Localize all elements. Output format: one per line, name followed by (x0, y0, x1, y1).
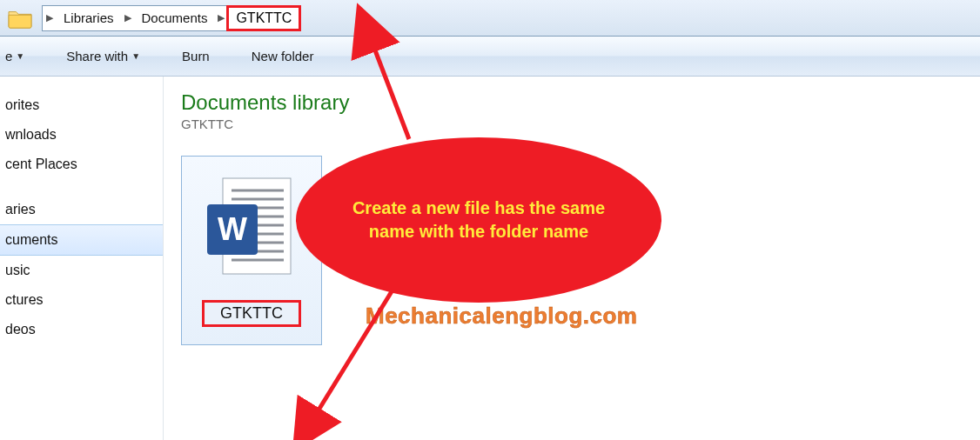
watermark-text: Mechanicalengblog.com (366, 303, 637, 330)
sidebar-item-pictures[interactable]: ctures (0, 285, 163, 315)
breadcrumb[interactable]: ▶ Libraries ▶ Documents ▶ (42, 5, 228, 31)
share-with-button[interactable]: Share with ▼ (66, 49, 140, 63)
library-subtitle: GTKTTC (181, 117, 980, 131)
navigation-sidebar: orites wnloads cent Places aries cuments… (0, 77, 164, 440)
folder-icon (7, 7, 33, 30)
toolbar: e ▼ Share with ▼ Burn New folder (0, 37, 980, 77)
annotation-text: Create a new file has the same name with… (339, 197, 618, 243)
sidebar-item-videos[interactable]: deos (0, 315, 163, 344)
library-title: Documents library (181, 90, 980, 115)
sidebar-item-music[interactable]: usic (0, 256, 163, 285)
chevron-down-icon: ▼ (131, 51, 140, 61)
new-folder-button[interactable]: New folder (252, 49, 314, 63)
sidebar-item-favorites[interactable]: orites (0, 90, 163, 120)
sidebar-item-documents[interactable]: cuments (0, 224, 163, 256)
burn-label: Burn (182, 49, 210, 63)
chevron-right-icon: ▶ (43, 12, 57, 23)
chevron-right-icon: ▶ (121, 12, 135, 23)
organize-button[interactable]: e ▼ (5, 49, 24, 63)
word-document-icon: W (204, 175, 299, 288)
organize-label: e (5, 49, 12, 63)
new-folder-label: New folder (252, 49, 314, 63)
sidebar-item-libraries[interactable]: aries (0, 195, 163, 224)
share-label: Share with (66, 49, 128, 63)
breadcrumb-libraries[interactable]: Libraries (57, 6, 121, 30)
burn-button[interactable]: Burn (182, 49, 210, 63)
breadcrumb-current[interactable]: GTKTTC (226, 5, 301, 31)
sidebar-item-downloads[interactable]: wnloads (0, 120, 163, 150)
annotation-callout: Create a new file has the same name with… (296, 137, 661, 303)
sidebar-item-recent-places[interactable]: cent Places (0, 150, 163, 179)
breadcrumb-documents[interactable]: Documents (135, 6, 215, 30)
address-bar: ▶ Libraries ▶ Documents ▶ GTKTTC (0, 0, 980, 37)
file-name-label: GTKTTC (202, 300, 301, 327)
chevron-down-icon: ▼ (16, 51, 24, 61)
svg-text:W: W (218, 211, 247, 247)
file-item[interactable]: W GTKTTC (181, 156, 322, 345)
